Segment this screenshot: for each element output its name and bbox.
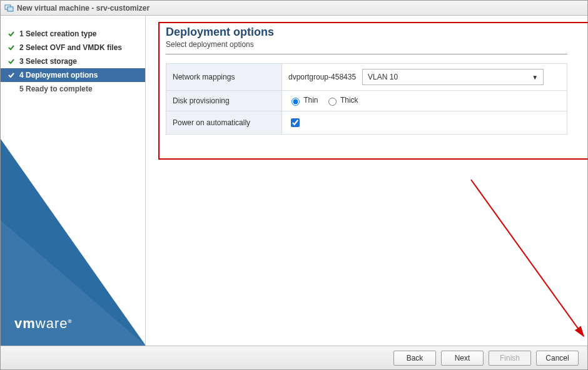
network-dropdown-value: VLAN 10: [368, 73, 398, 81]
label-power-on: Power on automatically: [166, 111, 282, 135]
footer: Back Next Finish Cancel: [1, 346, 587, 369]
wizard-step-4[interactable]: 4 Deployment options: [1, 68, 145, 82]
value-network-mappings: dvportgroup-458435 VLAN 10 ▼: [282, 64, 567, 91]
row-network-mappings: Network mappings dvportgroup-458435 VLAN…: [166, 64, 567, 91]
checkbox-power-on[interactable]: [291, 118, 300, 127]
label-disk-provisioning: Disk provisioning: [166, 91, 282, 111]
radio-thin-label[interactable]: Thin: [288, 96, 320, 105]
wizard-step-label: 2 Select OVF and VMDK files: [19, 43, 122, 52]
wizard-step-3[interactable]: 3 Select storage: [1, 54, 145, 68]
logo-reg: ®: [68, 319, 72, 324]
svg-line-2: [471, 180, 584, 336]
wizard-steps: 1 Select creation type2 Select OVF and V…: [1, 27, 145, 96]
radio-thin[interactable]: [291, 98, 300, 106]
logo-vm: vm: [14, 316, 36, 331]
value-power-on: [282, 111, 567, 135]
radio-thin-text: Thin: [303, 96, 318, 105]
titlebar: New virtual machine - srv-customizer: [1, 1, 587, 16]
wizard-step-label: 5 Ready to complete: [19, 85, 93, 93]
value-disk-provisioning: Thin Thick: [282, 91, 567, 111]
row-power-on: Power on automatically: [166, 111, 567, 135]
finish-button[interactable]: Finish: [489, 351, 531, 366]
check-icon: [7, 71, 16, 80]
wizard-step-label: 1 Select creation type: [19, 29, 96, 38]
row-disk-provisioning: Disk provisioning Thin Thick: [166, 91, 567, 111]
branding-area: vmware®: [1, 139, 145, 346]
svg-rect-1: [8, 7, 13, 11]
wizard-step-label: 4 Deployment options: [19, 71, 98, 80]
radio-thick-text: Thick: [340, 96, 358, 105]
vmware-logo: vmware®: [14, 316, 72, 332]
window-title: New virtual machine - srv-customizer: [17, 4, 150, 13]
vm-icon: [4, 3, 14, 13]
label-network-mappings: Network mappings: [166, 64, 282, 91]
arrow-annotation: [465, 173, 588, 349]
logo-ware: ware: [36, 316, 68, 331]
cancel-button[interactable]: Cancel: [536, 351, 579, 366]
panel-divider: [166, 54, 567, 54]
network-portgroup: dvportgroup-458435: [288, 73, 356, 81]
check-icon: [7, 29, 16, 38]
panel-heading: Deployment options: [166, 26, 567, 39]
panel-subtitle: Select deployment options: [166, 40, 567, 49]
radio-thick-label[interactable]: Thick: [325, 96, 358, 105]
chevron-down-icon: ▼: [532, 74, 538, 81]
radio-thick[interactable]: [328, 98, 337, 106]
wizard-step-label: 3 Select storage: [19, 57, 77, 66]
wizard-window: New virtual machine - srv-customizer 1 S…: [0, 0, 588, 370]
deployment-panel: Deployment options Select deployment opt…: [161, 23, 572, 135]
network-dropdown[interactable]: VLAN 10 ▼: [362, 69, 544, 85]
wizard-step-5[interactable]: 5 Ready to complete: [1, 82, 145, 96]
next-button[interactable]: Next: [441, 351, 484, 366]
check-icon: [7, 43, 16, 52]
sidebar: 1 Select creation type2 Select OVF and V…: [1, 16, 146, 346]
wizard-body: 1 Select creation type2 Select OVF and V…: [1, 16, 587, 346]
back-button[interactable]: Back: [393, 351, 436, 366]
options-table: Network mappings dvportgroup-458435 VLAN…: [166, 63, 567, 135]
content-area: Deployment options Select deployment opt…: [146, 16, 587, 346]
check-icon: [7, 57, 16, 66]
wizard-step-1[interactable]: 1 Select creation type: [1, 27, 145, 41]
wizard-step-2[interactable]: 2 Select OVF and VMDK files: [1, 41, 145, 54]
